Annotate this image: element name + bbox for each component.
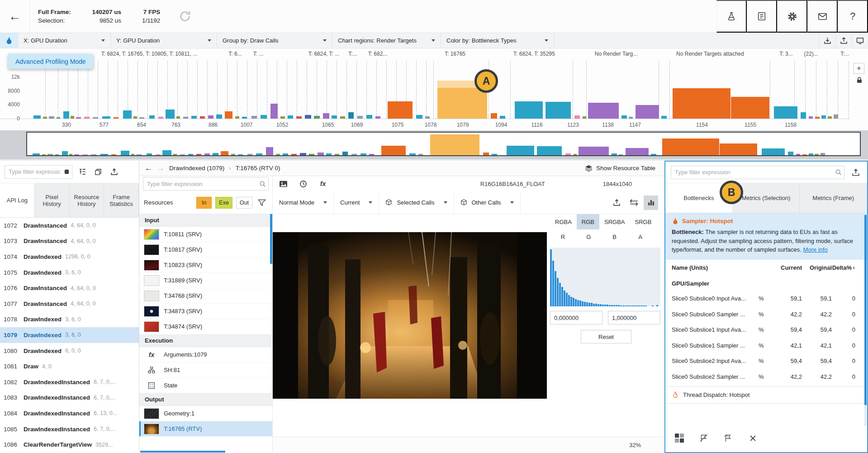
resource-item[interactable]: SH:81 [139,362,272,378]
chart-bar[interactable] [801,112,806,119]
copy-icon[interactable] [92,166,104,178]
chart-bar[interactable] [123,110,132,119]
chart-bar[interactable] [191,116,197,119]
timeline-minimap[interactable] [0,130,868,159]
resource-item[interactable]: T:10823 (SRV) [139,257,272,273]
chart-bar[interactable] [821,115,826,119]
api-log-row[interactable]: 1082DrawIndexedInstanced6, 7, 0,... [0,374,139,390]
chart-bar[interactable] [515,101,543,119]
color-by-dropdown[interactable]: Color by: Bottleneck Types [441,33,554,48]
resource-item[interactable]: T:10817 (SRV) [139,242,272,257]
pixel-histogram[interactable] [550,248,660,306]
channel-b[interactable]: B [602,229,627,244]
chart-bar[interactable] [588,103,619,119]
chart-bar[interactable] [425,116,430,119]
refresh-icon[interactable] [178,7,196,25]
render-target-image[interactable] [273,232,547,399]
tab-frame-statistics[interactable]: Frame Statistics [104,183,139,217]
chart-bar[interactable] [280,116,285,119]
tab-rgb[interactable]: RGB [577,214,599,229]
metric-row[interactable]: Slice0 Subslice1 Sampler ...%42,142,10 [665,338,867,353]
api-log-row[interactable]: 1083DrawIndexedInstanced6, 7, 0,... [0,390,139,406]
api-log-row[interactable]: 1080DrawIndexed6, 0, 0 [0,343,139,359]
export-metrics-icon[interactable] [850,167,862,178]
hotspot-title-row[interactable]: Sampler: Hotspot [672,218,861,224]
more-info-link[interactable]: More info [803,246,827,253]
col-delta[interactable]: Delta% [832,264,855,271]
chart-bar[interactable] [357,116,363,119]
resources-scrollbar[interactable] [270,214,272,264]
api-log-filter-input[interactable] [5,165,72,179]
chart-bar[interactable] [366,115,372,119]
chart-bar[interactable] [314,116,320,119]
chart-bar[interactable] [57,117,60,119]
chart-bar[interactable] [583,116,586,119]
image-view-icon[interactable] [277,178,289,190]
chart-bar[interactable] [183,117,188,119]
api-log-row[interactable]: 1074DrawIndexed1296, 0, 0 [0,249,139,265]
lock-icon[interactable] [856,76,863,84]
chart-bar[interactable] [43,117,47,119]
breadcrumb-back-icon[interactable]: ← [145,164,152,173]
metric-row[interactable]: Slice0 Subslice2 Sampler ...%42,242,20 [665,369,867,385]
chart-bar[interactable] [158,117,163,119]
resource-item[interactable]: T:34873 (SRV) [139,304,272,319]
export-icon[interactable] [835,33,852,48]
channel-a[interactable]: A [627,229,653,244]
fx-expression-icon[interactable]: fx [317,178,329,190]
chart-bar[interactable] [774,106,797,119]
api-log-row[interactable]: 1085DrawIndexedInstanced6, 7, 0,... [0,421,139,437]
chart-bar[interactable] [216,114,222,119]
chart-bar[interactable] [491,113,497,119]
chart-bar[interactable] [416,115,422,119]
resource-item[interactable]: State [139,378,272,393]
vertical-scrollbar[interactable] [864,215,867,426]
chart-bar[interactable] [149,115,155,119]
breadcrumb-forward-icon[interactable]: → [157,164,165,173]
chart-bar[interactable] [235,116,239,119]
clear-selection-icon[interactable] [747,432,759,444]
chart-bar[interactable] [834,114,838,119]
col-original[interactable]: Original [802,264,832,271]
overlay-compare-icon[interactable] [626,196,641,210]
chart-bar[interactable] [340,116,345,119]
metric-group-header[interactable]: GPU/Sampler [665,276,867,291]
feedback-mail-icon[interactable] [807,0,838,33]
toggle-out[interactable]: Out [236,197,252,209]
flag-jump-icon[interactable] [722,432,734,444]
chart-bar[interactable] [500,116,505,119]
chart-bar[interactable] [251,116,257,119]
chart-bar[interactable] [102,116,110,119]
zoom-in-button[interactable]: + [854,63,864,74]
chart-bar[interactable] [176,116,180,119]
chart-bar[interactable] [574,115,580,119]
resource-item[interactable]: T:10811 (SRV) [139,227,272,242]
export-log-icon[interactable] [108,166,120,178]
minimap-viewport[interactable] [26,132,861,156]
chart-bar[interactable] [828,116,832,119]
chart-bar[interactable] [33,115,41,119]
chart-bar[interactable] [261,115,267,119]
chart-plot-area[interactable] [0,65,850,119]
show-resource-table-button[interactable]: Show Resource Table [585,165,659,172]
release-notes-icon[interactable] [747,0,777,33]
toggle-exe[interactable]: Exe [215,197,232,209]
chart-bar[interactable] [332,115,337,119]
selected-calls-dropdown[interactable]: Selected Calls [379,191,454,214]
advanced-profiling-flame-icon[interactable] [0,33,18,48]
chart-bar[interactable] [225,111,232,119]
col-current[interactable]: Current [774,264,802,271]
experiments-icon[interactable] [716,0,747,33]
resource-item[interactable]: Geometry:1 [139,406,272,421]
api-log-row[interactable]: 1086ClearRenderTargetView3529... [0,437,139,453]
chart-bar[interactable] [323,113,329,119]
api-log-row[interactable]: 1075DrawIndexed3, 6, 0 [0,265,139,281]
reset-button[interactable]: Reset [581,330,631,343]
chart-bar[interactable] [809,116,813,119]
view-mode-dropdown[interactable]: Normal Mode [273,191,334,214]
chart-bar[interactable] [270,104,278,119]
api-log-row[interactable]: 1081Draw4, 0 [0,358,139,374]
chart-bar[interactable] [84,117,90,119]
tab-rgba[interactable]: RGBA [550,214,577,229]
chart-bar[interactable] [348,112,354,119]
